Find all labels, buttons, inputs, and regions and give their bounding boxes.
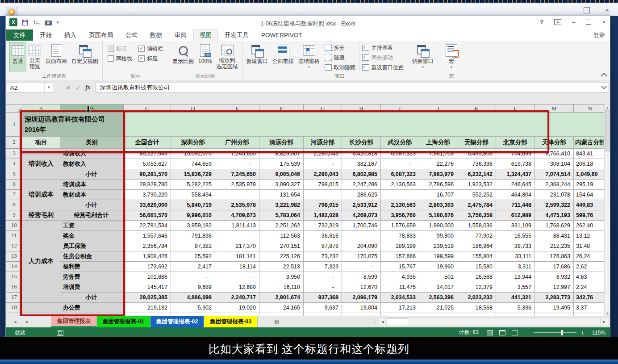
value-cell[interactable]: 1,557,646 xyxy=(124,230,171,241)
type-cell[interactable]: 小计 xyxy=(60,292,124,302)
value-cell[interactable]: 112,563 xyxy=(259,230,304,241)
category-cell[interactable]: 培训收入 xyxy=(22,148,60,179)
value-cell[interactable]: 295,19 xyxy=(574,179,607,189)
help-button[interactable]: ? xyxy=(540,19,543,25)
arrange-all-button[interactable]: 全部重排 xyxy=(270,42,296,71)
value-cell[interactable]: 262,40 xyxy=(574,220,607,230)
value-cell[interactable]: - xyxy=(304,272,342,282)
value-cell[interactable]: 6,802,985 xyxy=(342,169,381,179)
value-cell[interactable]: 2,368,244 xyxy=(535,179,574,189)
player-minimize-button[interactable]: – xyxy=(565,6,568,14)
ribbon-tab-插入[interactable]: 插入 xyxy=(58,29,82,41)
reset-window-position-button[interactable]: 重设窗口位置 xyxy=(362,63,404,72)
enter-button[interactable]: ✓ xyxy=(73,84,83,91)
column-header-M[interactable]: M xyxy=(535,105,574,113)
zoom-out-button[interactable]: − xyxy=(526,330,530,336)
value-cell[interactable]: 16,555 xyxy=(496,230,535,241)
row-header-6[interactable]: 6 xyxy=(6,179,22,189)
value-cell[interactable]: 101,886 xyxy=(124,272,171,282)
value-cell[interactable]: 8,784 xyxy=(457,313,496,316)
value-cell[interactable]: 843,41 xyxy=(574,148,607,159)
value-cell[interactable]: 8,829,507 xyxy=(259,148,304,159)
excel-close-button[interactable]: × xyxy=(602,19,605,25)
value-cell[interactable]: 1,923,532 xyxy=(457,179,496,189)
branch-header[interactable]: 内蒙古分部 xyxy=(574,136,607,148)
ribbon-display-options-icon[interactable]: ▲ xyxy=(554,19,561,25)
value-cell[interactable]: 7,245,650 xyxy=(215,169,259,179)
value-cell[interactable]: 1,908,426 xyxy=(124,251,171,261)
value-cell[interactable]: 1,881 xyxy=(342,313,381,316)
column-header-E[interactable]: E xyxy=(215,105,259,113)
value-cell[interactable]: 33,111 xyxy=(496,251,535,261)
scroll-up-icon[interactable]: ▲ xyxy=(605,104,610,110)
type-cell[interactable]: 劳务费 xyxy=(60,272,124,282)
value-cell[interactable]: 9,689 xyxy=(171,282,215,292)
value-cell[interactable]: 14,017 xyxy=(419,282,457,292)
value-cell[interactable]: 67,977 xyxy=(124,313,171,316)
type-cell[interactable]: 工资 xyxy=(60,220,124,230)
value-cell[interactable]: 1,811,413 xyxy=(215,220,259,230)
value-cell[interactable]: 17,213 xyxy=(381,302,419,313)
row-header-13[interactable]: 13 xyxy=(6,251,22,261)
collapse-ribbon-icon[interactable] xyxy=(601,73,607,79)
vertical-scroll-thumb[interactable] xyxy=(605,110,610,151)
type-cell[interactable]: 住房公积金 xyxy=(60,251,124,261)
value-cell[interactable]: 1,768,629 xyxy=(535,220,574,230)
value-cell[interactable]: - xyxy=(304,189,342,200)
category-cell[interactable]: 人力成本 xyxy=(22,220,60,302)
value-cell[interactable]: 26,24 xyxy=(574,251,607,261)
value-cell[interactable]: 3,090,327 xyxy=(259,179,304,189)
value-cell[interactable]: 199,599 xyxy=(419,251,457,261)
sheet-nav-prev-icon[interactable]: ◂ xyxy=(14,319,17,325)
value-cell[interactable]: 552,252 xyxy=(457,189,496,200)
value-cell[interactable]: 612,989 xyxy=(496,210,535,220)
value-cell[interactable]: - xyxy=(381,189,419,200)
type-cell[interactable]: 小计 xyxy=(60,169,124,179)
value-cell[interactable]: 29,025,385 xyxy=(124,292,171,302)
value-cell[interactable]: 15,778 xyxy=(419,313,457,316)
value-cell[interactable] xyxy=(215,313,259,316)
type-cell[interactable]: 培训收入 xyxy=(60,148,124,159)
sign-in-link[interactable]: 登录 xyxy=(593,32,605,39)
value-cell[interactable]: - xyxy=(215,159,259,169)
value-cell[interactable]: 2,475,784 xyxy=(457,200,496,210)
zoom-100-button[interactable]: 100% xyxy=(196,42,214,71)
value-cell[interactable]: 33,620,000 xyxy=(124,200,171,210)
value-cell[interactable]: 21,025 xyxy=(419,302,457,313)
row-header-18[interactable]: 18 xyxy=(6,302,22,313)
sheet-nav-next-icon[interactable]: ▸ xyxy=(26,319,29,325)
value-cell[interactable]: 16,110 xyxy=(259,282,304,292)
value-cell[interactable]: 2,563,396 xyxy=(419,292,457,302)
column-header-G[interactable]: G xyxy=(304,105,342,113)
new-window-button[interactable]: 新建窗口 xyxy=(244,42,270,71)
value-cell[interactable]: 73,232 xyxy=(304,251,342,261)
category-cell[interactable] xyxy=(22,313,60,316)
macro-record-icon[interactable] xyxy=(57,330,63,336)
value-cell[interactable]: 3,959,182 xyxy=(171,220,215,230)
value-cell[interactable]: 19,960 xyxy=(419,261,457,272)
split-button[interactable]: 拆分 xyxy=(325,43,355,53)
category-cell[interactable]: 经营毛利 xyxy=(22,210,60,220)
formula-bar-input[interactable]: 深圳迈讯教育科技有限公司 xyxy=(96,83,609,92)
row-header-19[interactable]: 19 xyxy=(6,313,22,316)
page-layout-shortcut-icon[interactable] xyxy=(499,330,505,335)
value-cell[interactable]: 13,12 xyxy=(574,230,607,241)
sheet-tab-集团管理报表-01[interactable]: 集团管理报表-01 xyxy=(97,316,150,327)
branch-header[interactable]: 武汉分部 xyxy=(381,136,419,148)
value-cell[interactable]: 204,090 xyxy=(342,241,381,251)
value-cell[interactable]: - xyxy=(342,230,381,241)
value-cell[interactable]: 937,368 xyxy=(304,292,342,302)
type-cell[interactable]: 奖金 xyxy=(60,230,124,241)
value-cell[interactable]: 18,114 xyxy=(215,261,259,272)
value-cell[interactable]: 5,783,064 xyxy=(259,210,304,220)
name-box[interactable]: A2 ▼ xyxy=(7,83,53,92)
ribbon-tab-审阅[interactable]: 审阅 xyxy=(169,29,192,41)
value-cell[interactable]: 308,104 xyxy=(535,159,574,169)
type-cell[interactable]: 培训成本 xyxy=(60,179,124,189)
zoom-in-button[interactable]: + xyxy=(580,330,584,336)
value-cell[interactable]: 1,558,036 xyxy=(457,220,496,230)
value-cell[interactable]: 2,535,978 xyxy=(215,200,259,210)
value-cell[interactable]: 441,321 xyxy=(496,292,535,302)
value-cell[interactable]: - xyxy=(215,230,259,241)
value-cell[interactable]: 31,48 xyxy=(574,241,607,251)
